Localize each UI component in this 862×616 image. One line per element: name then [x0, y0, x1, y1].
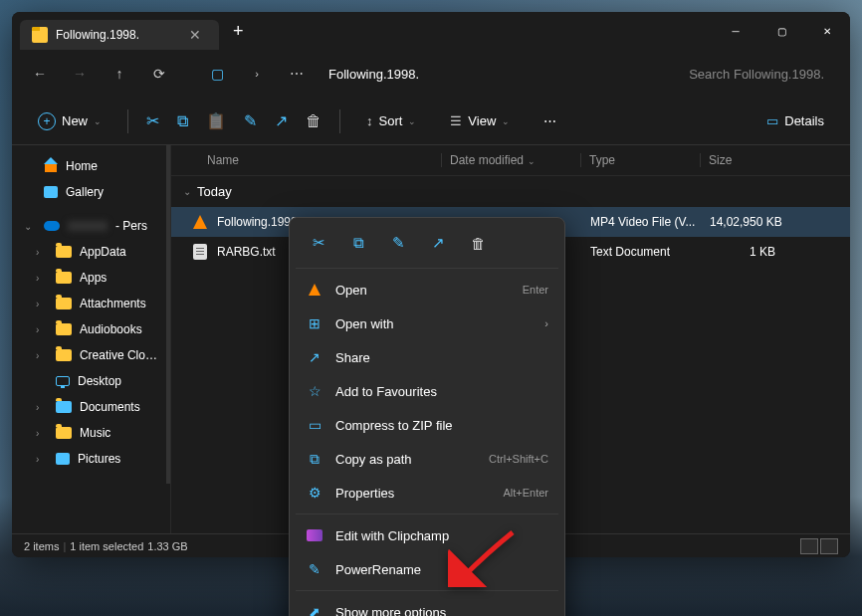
chevron-down-icon: ⌄: [183, 186, 191, 197]
menu-open-with[interactable]: ⊞ Open with ›: [296, 307, 558, 340]
chevron-right-icon[interactable]: ›: [36, 454, 48, 465]
sidebar: Home Gallery ⌄ - Pers › AppData › Apps ›: [12, 145, 171, 533]
new-tab-button[interactable]: +: [219, 21, 258, 42]
folder-icon: [56, 246, 72, 258]
breadcrumb-chevron-icon[interactable]: ›: [239, 56, 275, 92]
menu-copy-path[interactable]: ⧉ Copy as path Ctrl+Shift+C: [296, 442, 558, 476]
sidebar-item-appdata[interactable]: › AppData: [16, 239, 166, 265]
menu-favourites[interactable]: ☆ Add to Favourites: [296, 374, 558, 408]
shortcut-label: Ctrl+Shift+C: [489, 453, 548, 465]
address-bar[interactable]: Following.1998.: [328, 67, 685, 82]
search-input[interactable]: Search Following.1998.: [689, 67, 824, 82]
view-list-button[interactable]: [800, 538, 818, 554]
item-count: 2 items: [24, 540, 59, 552]
gallery-icon: [44, 186, 58, 198]
menu-share[interactable]: ↗ Share: [296, 340, 558, 374]
file-size: 14,02,950 KB: [702, 215, 782, 229]
paste-button[interactable]: 📋: [206, 111, 226, 130]
file-type: MP4 Video File (V...: [582, 215, 702, 229]
home-icon: [44, 160, 58, 172]
sidebar-scrollbar[interactable]: [166, 145, 170, 484]
tab-title: Following.1998.: [56, 28, 139, 42]
view-details-button[interactable]: [820, 538, 838, 554]
sidebar-item-home[interactable]: Home: [16, 153, 166, 179]
more-button[interactable]: ⋯: [536, 107, 564, 134]
delete-button[interactable]: 🗑: [461, 228, 495, 258]
pc-icon[interactable]: ▢: [199, 56, 235, 92]
up-button[interactable]: ↑: [102, 56, 137, 92]
tab[interactable]: Following.1998. ✕: [20, 20, 219, 50]
new-button[interactable]: + New ⌄: [30, 106, 109, 136]
menu-properties[interactable]: ⚙ Properties Alt+Enter: [296, 476, 558, 510]
more-options-icon: ⬈: [306, 603, 323, 616]
properties-icon: ⚙: [306, 484, 323, 502]
sidebar-item-attachments[interactable]: › Attachments: [16, 291, 166, 316]
menu-powerrename[interactable]: ✎ PowerRename: [296, 552, 558, 586]
menu-clipchamp[interactable]: Edit with Clipchamp: [296, 518, 558, 552]
column-size[interactable]: Size: [700, 153, 732, 167]
shortcut-label: Enter: [523, 284, 548, 296]
file-size: 1 KB: [702, 245, 775, 259]
menu-open[interactable]: Open Enter: [296, 273, 558, 307]
sidebar-item-documents[interactable]: › Documents: [16, 394, 166, 420]
sidebar-item-onedrive[interactable]: ⌄ - Pers: [16, 213, 166, 239]
selection-size: 1.33 GB: [147, 540, 187, 552]
share-button[interactable]: ↗: [421, 228, 455, 258]
chevron-right-icon[interactable]: ›: [36, 324, 48, 335]
refresh-button[interactable]: ⟳: [141, 56, 177, 92]
sidebar-item-audiobooks[interactable]: › Audiobooks: [16, 316, 166, 342]
file-type: Text Document: [582, 245, 702, 259]
sidebar-item-desktop[interactable]: Desktop: [16, 368, 166, 394]
group-header[interactable]: ⌄ Today: [171, 176, 850, 207]
breadcrumb-more-icon[interactable]: ⋯: [279, 56, 315, 92]
folder-icon: [56, 427, 72, 439]
delete-button[interactable]: 🗑: [306, 112, 322, 130]
chevron-right-icon[interactable]: ›: [36, 402, 48, 413]
copy-button[interactable]: ⧉: [341, 228, 375, 258]
menu-more-options[interactable]: ⬈ Show more options: [296, 595, 558, 616]
pictures-icon: [56, 453, 70, 465]
sidebar-item-apps[interactable]: › Apps: [16, 265, 166, 291]
details-button[interactable]: ▭ Details: [758, 107, 832, 134]
folder-icon: [56, 349, 72, 361]
share-button[interactable]: ↗: [275, 111, 288, 130]
cut-button[interactable]: ✂: [146, 111, 159, 130]
close-button[interactable]: ✕: [804, 12, 850, 50]
folder-icon: [32, 27, 48, 43]
back-button[interactable]: ←: [22, 56, 58, 92]
clipchamp-icon: [306, 526, 323, 544]
rename-button[interactable]: ✎: [244, 111, 257, 130]
column-headers: Name Date modified⌄ Type Size: [171, 145, 850, 176]
maximize-button[interactable]: ▢: [758, 12, 804, 50]
column-name[interactable]: Name: [187, 153, 441, 167]
navbar: ← → ↑ ⟳ ▢ › ⋯ Following.1998. Search Fol…: [12, 50, 850, 98]
column-type[interactable]: Type: [580, 153, 700, 167]
plus-icon: +: [38, 112, 56, 130]
cut-button[interactable]: ✂: [302, 228, 335, 258]
view-button[interactable]: ☰ View ⌄: [442, 107, 518, 134]
zip-icon: ▭: [306, 416, 323, 434]
minimize-button[interactable]: ─: [713, 12, 758, 50]
forward-button[interactable]: →: [62, 56, 98, 92]
chevron-right-icon[interactable]: ›: [36, 247, 48, 258]
sidebar-item-creativecloud[interactable]: › Creative Cloud: [16, 342, 166, 368]
context-menu-toolbar: ✂ ⧉ ✎ ↗ 🗑: [296, 224, 558, 269]
column-date[interactable]: Date modified⌄: [441, 153, 580, 167]
menu-compress[interactable]: ▭ Compress to ZIP file: [296, 408, 558, 442]
chevron-right-icon[interactable]: ›: [36, 299, 48, 309]
chevron-down-icon[interactable]: ⌄: [24, 221, 36, 232]
copy-button[interactable]: ⧉: [177, 112, 188, 130]
titlebar: Following.1998. ✕ + ─ ▢ ✕: [12, 12, 850, 50]
sidebar-item-music[interactable]: › Music: [16, 420, 166, 446]
sort-button[interactable]: ↕ Sort ⌄: [358, 107, 424, 134]
sort-indicator-icon: ⌄: [528, 156, 536, 166]
chevron-right-icon[interactable]: ›: [36, 428, 48, 439]
txt-icon: [191, 243, 209, 261]
sidebar-item-gallery[interactable]: Gallery: [16, 179, 166, 205]
sidebar-item-pictures[interactable]: › Pictures: [16, 446, 166, 472]
rename-button[interactable]: ✎: [381, 228, 415, 258]
close-tab-button[interactable]: ✕: [183, 25, 207, 45]
chevron-right-icon[interactable]: ›: [36, 350, 48, 361]
chevron-right-icon[interactable]: ›: [36, 273, 48, 284]
star-icon: ☆: [306, 382, 323, 400]
